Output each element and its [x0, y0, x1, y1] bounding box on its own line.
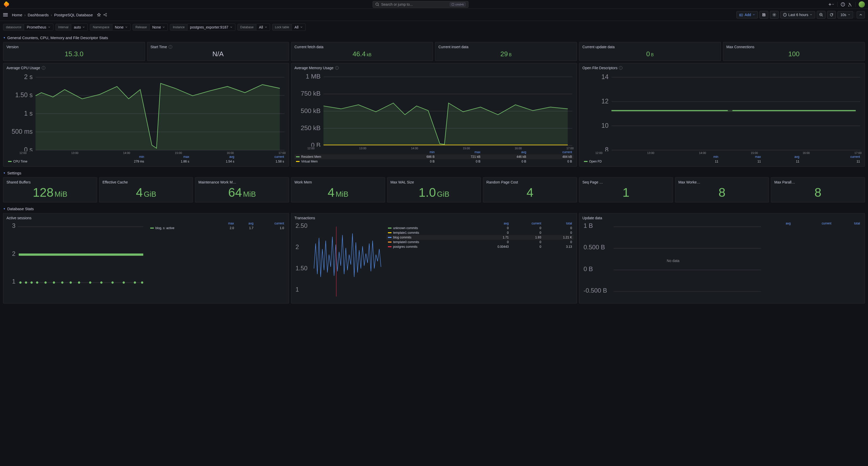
row-settings[interactable]: ▾ Settings	[0, 169, 868, 177]
chevron-down-icon	[230, 26, 232, 29]
svg-point-9	[774, 14, 775, 16]
chevron-down-icon	[82, 26, 85, 29]
info-icon[interactable]: i	[42, 66, 45, 70]
var-locktable[interactable]: All	[292, 24, 306, 31]
panel-active-sessions[interactable]: Active sessions 3 2 1 maxavg	[3, 213, 289, 303]
row-general[interactable]: ▾ General Counters, CPU, Memory and File…	[0, 33, 868, 42]
stat-panel[interactable]: Start Timei N/A	[147, 42, 289, 61]
var-namespace[interactable]: None	[113, 24, 130, 31]
stat-panel[interactable]: Current update data 0 B	[579, 42, 721, 61]
collapse-icon[interactable]	[857, 11, 865, 19]
svg-text:8: 8	[605, 146, 609, 151]
save-button[interactable]	[760, 11, 768, 19]
var-datasource[interactable]: Prometheus	[24, 24, 53, 31]
svg-point-55	[44, 282, 47, 284]
stat-panel[interactable]: Version 15.3.0	[3, 42, 145, 61]
legend-row[interactable]: postgres commits0.0044303.13	[386, 244, 574, 249]
svg-point-56	[53, 282, 55, 284]
svg-point-59	[78, 282, 80, 284]
svg-point-5	[103, 14, 104, 15]
grafana-logo[interactable]	[3, 1, 10, 8]
star-icon[interactable]	[97, 13, 101, 17]
svg-point-58	[70, 282, 72, 284]
stat-panel[interactable]: Max WAL Size 1.0 GiB	[387, 177, 481, 202]
crumb-page[interactable]: PostgreSQL Database	[54, 13, 93, 17]
row-db-stats[interactable]: ▾ Database Stats	[0, 204, 868, 213]
legend-row[interactable]: Resident Mem686 B721 kB446 kB484 kB	[294, 154, 574, 159]
svg-text:1 B: 1 B	[583, 222, 593, 229]
legend-row[interactable]: unknown commits000	[386, 226, 574, 230]
info-icon[interactable]: i	[168, 45, 172, 49]
svg-text:-0.500 B: -0.500 B	[583, 287, 607, 294]
info-icon[interactable]: i	[619, 66, 622, 70]
panel-file-descriptors[interactable]: Open File Descriptorsi 1412108 12:0013:0…	[579, 63, 865, 167]
legend-row[interactable]: blog commits1.711.931.21 K	[386, 235, 574, 240]
stat-panel[interactable]: Current fetch data 46.4 kB	[291, 42, 433, 61]
time-range-picker[interactable]: Last 6 hours	[780, 11, 815, 19]
svg-point-51	[20, 282, 22, 284]
svg-rect-2	[452, 3, 454, 5]
legend-row[interactable]: template0 commits000	[386, 240, 574, 244]
global-search[interactable]: Search or jump to... cmd+k	[373, 1, 468, 8]
chevron-down-icon	[125, 26, 128, 29]
var-label-namespace: Namespace	[90, 24, 112, 31]
crumb-home[interactable]: Home	[12, 13, 22, 17]
zoom-out-icon[interactable]	[817, 11, 826, 19]
chevron-down-icon	[48, 26, 51, 29]
panel-cpu-usage[interactable]: Average CPU Usagei 2 s1.50 s1 s500 ms0 s…	[3, 63, 289, 167]
panel-memory-usage[interactable]: Average Memory Usagei 1 MB750 kB500 kB25…	[291, 63, 577, 167]
legend-row[interactable]: template1 commits000	[386, 230, 574, 235]
legend-row[interactable]: Open FD11111111	[582, 159, 862, 164]
stat-panel[interactable]: Effective Cache 4 GiB	[99, 177, 193, 202]
svg-text:250 kB: 250 kB	[301, 124, 320, 132]
svg-text:14: 14	[601, 73, 609, 80]
var-interval[interactable]: auto	[71, 24, 88, 31]
legend-row[interactable]: CPU Time279 ms1.86 s1.54 s1.58 s	[6, 159, 286, 164]
search-icon	[375, 3, 379, 6]
refresh-button[interactable]	[827, 11, 836, 19]
stat-panel[interactable]: Max Connections 100	[723, 42, 865, 61]
svg-line-1	[378, 5, 379, 6]
user-avatar[interactable]	[859, 1, 865, 7]
panel-transactions[interactable]: Transactions 2.50 2 1.50 1 avgcurrenttot…	[291, 213, 577, 303]
legend-transactions: avgcurrenttotal unknown commits000templa…	[386, 221, 574, 249]
news-icon[interactable]	[848, 2, 852, 6]
refresh-interval-picker[interactable]: 10s	[837, 11, 853, 19]
panel-update-data[interactable]: Update data 1 B 0.500 B 0 B -0.500 B No …	[579, 213, 865, 303]
menu-toggle[interactable]	[3, 13, 8, 16]
legend-update: avgcurrenttotal	[767, 221, 862, 226]
stat-panel[interactable]: Shared Buffers 128 MiB	[3, 177, 97, 202]
stat-panel[interactable]: Seq Page … 1	[579, 177, 673, 202]
svg-point-53	[31, 282, 33, 284]
crumb-dashboards[interactable]: Dashboards	[28, 13, 49, 17]
stat-panel[interactable]: Maintenance Work M… 64 MiB	[195, 177, 289, 202]
share-icon[interactable]	[103, 13, 107, 17]
svg-text:0 s: 0 s	[24, 146, 33, 151]
legend-cpu: minmaxavgcurrent CPU Time279 ms1.86 s1.5…	[6, 154, 286, 164]
stat-panel[interactable]: Max Parall… 8	[771, 177, 865, 202]
svg-text:1.50: 1.50	[296, 265, 307, 272]
settings-gear-icon[interactable]	[770, 11, 779, 19]
var-database[interactable]: All	[256, 24, 270, 31]
svg-text:0.500 B: 0.500 B	[583, 244, 605, 251]
info-icon[interactable]: i	[335, 66, 339, 70]
stat-panel[interactable]: Work Mem 4 MiB	[291, 177, 385, 202]
stat-panel[interactable]: Current insert data 29 B	[435, 42, 577, 61]
var-label-locktable: Lock table	[272, 24, 292, 31]
svg-text:2: 2	[296, 244, 299, 250]
var-release[interactable]: None	[150, 24, 168, 31]
svg-text:1 MB: 1 MB	[306, 73, 320, 80]
var-label-release: Release	[132, 24, 150, 31]
help-icon[interactable]: ?	[841, 2, 845, 6]
svg-point-64	[134, 282, 136, 284]
legend-row[interactable]: blog, s: active2.01.71.0	[149, 226, 286, 230]
stat-panel[interactable]: Max Worke… 8	[675, 177, 769, 202]
no-data-label: No data	[667, 259, 680, 263]
stat-panel[interactable]: Random Page Cost 4	[483, 177, 577, 202]
legend-row[interactable]: Virtual Mem0 B0 B0 B0 B	[294, 159, 574, 164]
search-placeholder: Search or jump to...	[381, 2, 448, 6]
add-button[interactable]: Add	[737, 11, 758, 19]
var-instance[interactable]: postgres_exporter:9187	[187, 24, 236, 31]
add-menu[interactable]	[828, 3, 834, 6]
chevron-down-icon	[162, 26, 165, 29]
